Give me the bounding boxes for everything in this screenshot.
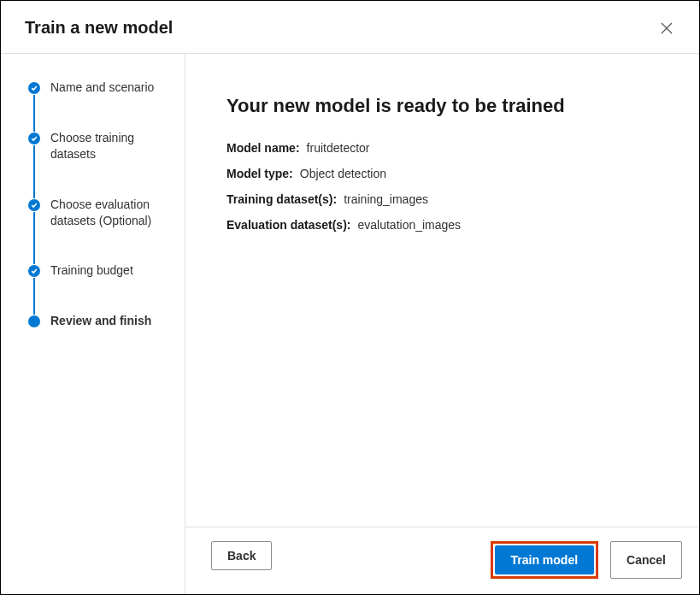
step-label: Review and finish xyxy=(50,313,155,329)
footer-right: Train model Cancel xyxy=(491,541,683,579)
current-step-icon xyxy=(28,315,40,327)
summary-row-evaluation-datasets: Evaluation dataset(s): evalutation_image… xyxy=(226,218,658,232)
step-review-finish[interactable]: Review and finish xyxy=(28,313,171,329)
step-label: Choose training datasets xyxy=(50,130,171,162)
cancel-button[interactable]: Cancel xyxy=(610,541,682,579)
step-label: Name and scenario xyxy=(50,80,157,96)
row-label: Model name: xyxy=(226,141,300,155)
row-value: Object detection xyxy=(300,167,386,180)
review-content: Your new model is ready to be trained Mo… xyxy=(185,54,699,527)
step-label: Choose evaluation datasets (Optional) xyxy=(50,197,171,229)
dialog-footer: Back Train model Cancel xyxy=(185,527,699,594)
row-value: evalutation_images xyxy=(357,218,461,232)
check-icon xyxy=(28,82,40,94)
back-button[interactable]: Back xyxy=(211,541,272,570)
main-panel: Your new model is ready to be trained Mo… xyxy=(185,54,699,594)
check-icon xyxy=(28,265,40,277)
dialog-title: Train a new model xyxy=(25,18,173,38)
row-label: Evaluation dataset(s): xyxy=(226,218,350,232)
dialog-header: Train a new model xyxy=(1,1,699,53)
steps-list: Name and scenario Choose training datase… xyxy=(28,80,171,329)
check-icon xyxy=(28,133,40,144)
train-button-highlight: Train model xyxy=(491,541,599,579)
row-label: Model type: xyxy=(226,167,293,180)
content-title: Your new model is ready to be trained xyxy=(226,95,658,117)
check-icon xyxy=(28,199,40,211)
summary-row-model-type: Model type: Object detection xyxy=(226,167,658,180)
step-training-datasets[interactable]: Choose training datasets xyxy=(28,130,171,197)
row-value: fruitdetector xyxy=(307,141,370,155)
wizard-steps-sidebar: Name and scenario Choose training datase… xyxy=(1,54,185,594)
step-name-scenario[interactable]: Name and scenario xyxy=(28,80,171,130)
row-value: training_images xyxy=(344,192,428,206)
step-training-budget[interactable]: Training budget xyxy=(28,262,171,313)
dialog-body: Name and scenario Choose training datase… xyxy=(1,53,699,594)
summary-row-model-name: Model name: fruitdetector xyxy=(226,141,658,155)
train-model-button[interactable]: Train model xyxy=(495,545,595,574)
step-label: Training budget xyxy=(50,262,137,279)
close-button[interactable] xyxy=(658,20,675,37)
summary-row-training-datasets: Training dataset(s): training_images xyxy=(226,192,658,206)
row-label: Training dataset(s): xyxy=(226,192,337,206)
footer-left: Back xyxy=(211,541,272,579)
close-icon xyxy=(660,21,674,35)
step-evaluation-datasets[interactable]: Choose evaluation datasets (Optional) xyxy=(28,197,171,263)
